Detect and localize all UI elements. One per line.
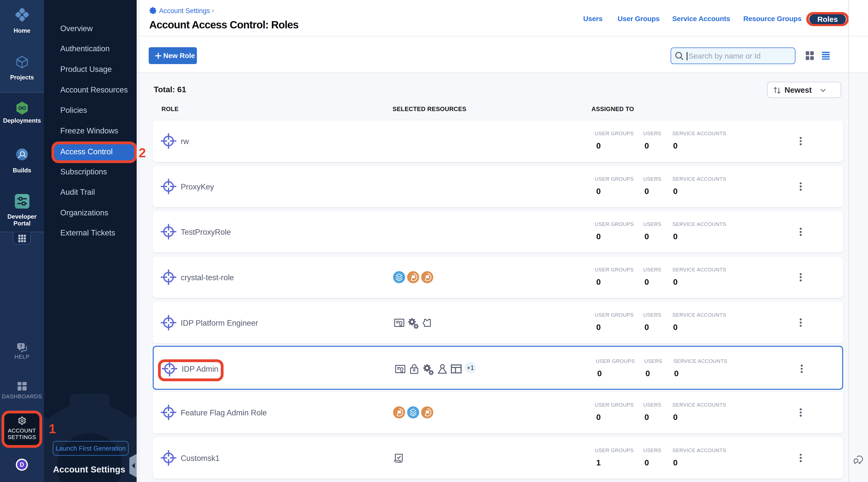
- svg-text:?: ?: [20, 343, 23, 349]
